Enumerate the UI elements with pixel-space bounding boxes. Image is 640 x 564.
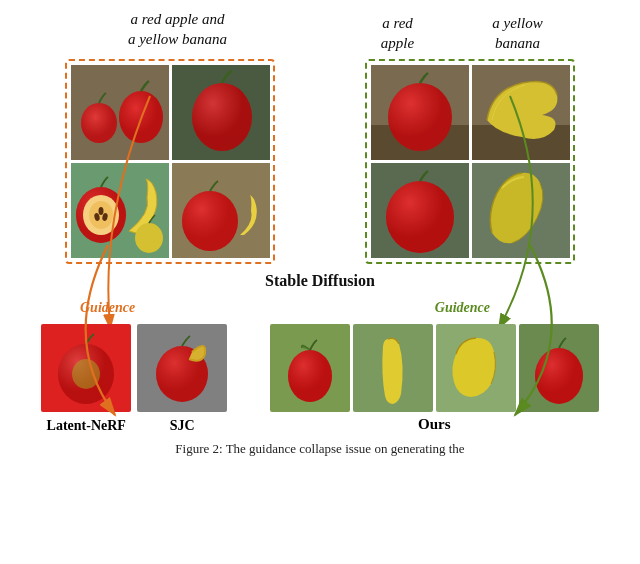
grid-img-5 bbox=[371, 65, 469, 160]
arrows-row: Guidence Guidence bbox=[20, 296, 620, 324]
svg-point-39 bbox=[288, 350, 332, 402]
grid-img-3 bbox=[71, 163, 169, 258]
green-dashed-box bbox=[365, 59, 575, 264]
title-row: a red apple and a yellow banana a red ap… bbox=[20, 10, 620, 53]
latent-nerf-sjc-images bbox=[41, 324, 227, 412]
ours-image-2 bbox=[353, 324, 433, 412]
svg-point-13 bbox=[99, 207, 104, 215]
svg-point-16 bbox=[135, 223, 163, 253]
orange-dashed-box bbox=[65, 59, 275, 264]
sjc-image bbox=[137, 324, 227, 412]
ours-image-1 bbox=[270, 324, 350, 412]
svg-point-19 bbox=[182, 191, 238, 251]
svg-point-44 bbox=[535, 348, 583, 404]
latent-nerf-sjc-labels: Latent-NeRF SJC bbox=[41, 418, 227, 434]
ours-group: Ours bbox=[270, 324, 599, 433]
ours-images bbox=[270, 324, 599, 412]
bottom-images-row: Latent-NeRF SJC bbox=[20, 324, 620, 434]
grid-img-7 bbox=[371, 163, 469, 258]
main-container: a red apple and a yellow banana a red ap… bbox=[0, 0, 640, 564]
ours-image-4 bbox=[519, 324, 599, 412]
grid-img-2 bbox=[172, 65, 270, 160]
guidance-right-label: Guidence bbox=[435, 298, 490, 316]
svg-point-2 bbox=[81, 103, 117, 143]
grid-img-8 bbox=[472, 163, 570, 258]
guidance-left-label: Guidence bbox=[80, 298, 135, 316]
title-left: a red apple and a yellow banana bbox=[78, 10, 278, 49]
ours-label: Ours bbox=[418, 416, 451, 433]
svg-point-23 bbox=[388, 83, 452, 151]
stable-diffusion-label: Stable Diffusion bbox=[20, 272, 620, 290]
latent-nerf-sjc-group: Latent-NeRF SJC bbox=[41, 324, 227, 434]
svg-point-7 bbox=[192, 83, 252, 151]
title-right-banana: a yellow banana bbox=[473, 14, 563, 53]
grid-img-4 bbox=[172, 163, 270, 258]
latent-nerf-label: Latent-NeRF bbox=[41, 418, 131, 434]
title-right-apple: a red apple bbox=[353, 14, 443, 53]
grid-img-6 bbox=[472, 65, 570, 160]
ours-image-3 bbox=[436, 324, 516, 412]
figure-caption: Figure 2: The guidance collapse issue on… bbox=[20, 440, 620, 458]
svg-point-28 bbox=[386, 181, 454, 253]
sjc-label: SJC bbox=[137, 418, 227, 434]
latent-nerf-image bbox=[41, 324, 131, 412]
grid-img-1 bbox=[71, 65, 169, 160]
svg-point-33 bbox=[72, 359, 100, 389]
title-right-group: a red apple a yellow banana bbox=[353, 10, 563, 53]
